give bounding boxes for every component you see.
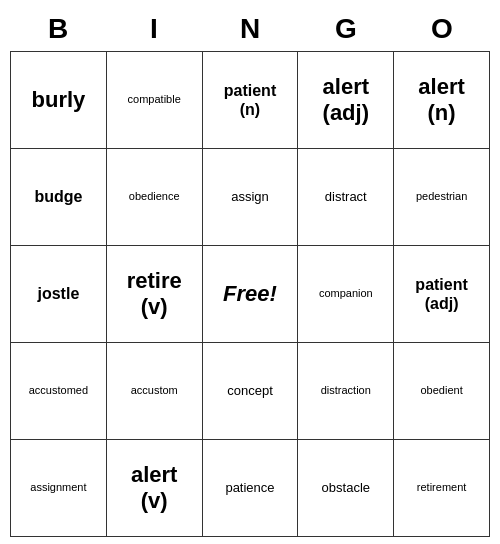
cell-r1-c0: budge (11, 149, 107, 246)
cell-content: burly (32, 87, 86, 113)
cell-r2-c1: retire(v) (107, 246, 203, 343)
cell-r2-c2: Free! (203, 246, 299, 343)
cell-r1-c3: distract (298, 149, 394, 246)
cell-content: concept (227, 383, 273, 399)
cell-r4-c3: obstacle (298, 440, 394, 537)
cell-content: compatible (128, 93, 181, 106)
cell-r0-c1: compatible (107, 52, 203, 149)
cell-r3-c0: accustomed (11, 343, 107, 440)
cell-content: retire(v) (127, 268, 182, 321)
cell-r2-c3: companion (298, 246, 394, 343)
cell-r1-c4: pedestrian (394, 149, 490, 246)
cell-content: accustomed (29, 384, 88, 397)
header-letter: O (394, 7, 490, 51)
cell-content: obedience (129, 190, 180, 203)
cell-r0-c0: burly (11, 52, 107, 149)
cell-content: accustom (131, 384, 178, 397)
cell-r2-c0: jostle (11, 246, 107, 343)
cell-r4-c0: assignment (11, 440, 107, 537)
cell-content: Free! (223, 281, 277, 307)
cell-r0-c4: alert(n) (394, 52, 490, 149)
cell-r0-c3: alert(adj) (298, 52, 394, 149)
cell-content: alert(v) (131, 462, 177, 515)
cell-r4-c2: patience (203, 440, 299, 537)
cell-content: retirement (417, 481, 467, 494)
cell-content: obedient (420, 384, 462, 397)
cell-r3-c4: obedient (394, 343, 490, 440)
cell-r2-c4: patient(adj) (394, 246, 490, 343)
header-letter: B (10, 7, 106, 51)
header-letter: I (106, 7, 202, 51)
header-letter: N (202, 7, 298, 51)
cell-r1-c2: assign (203, 149, 299, 246)
cell-content: distract (325, 189, 367, 205)
cell-r0-c2: patient(n) (203, 52, 299, 149)
cell-content: companion (319, 287, 373, 300)
cell-r3-c3: distraction (298, 343, 394, 440)
cell-r3-c2: concept (203, 343, 299, 440)
cell-r1-c1: obedience (107, 149, 203, 246)
cell-content: assignment (30, 481, 86, 494)
cell-content: alert(n) (418, 74, 464, 127)
bingo-card: BINGO burlycompatiblepatient(n)alert(adj… (10, 7, 490, 537)
cell-content: alert(adj) (323, 74, 369, 127)
cell-r4-c4: retirement (394, 440, 490, 537)
header-letter: G (298, 7, 394, 51)
cell-r3-c1: accustom (107, 343, 203, 440)
cell-content: obstacle (322, 480, 370, 496)
cell-content: assign (231, 189, 269, 205)
cell-content: jostle (38, 284, 80, 303)
cell-content: patient(adj) (415, 275, 467, 313)
cell-content: pedestrian (416, 190, 467, 203)
cell-content: patience (225, 480, 274, 496)
cell-content: patient(n) (224, 81, 276, 119)
cell-r4-c1: alert(v) (107, 440, 203, 537)
bingo-grid: burlycompatiblepatient(n)alert(adj)alert… (10, 51, 490, 537)
cell-content: distraction (321, 384, 371, 397)
bingo-header: BINGO (10, 7, 490, 51)
cell-content: budge (34, 187, 82, 206)
